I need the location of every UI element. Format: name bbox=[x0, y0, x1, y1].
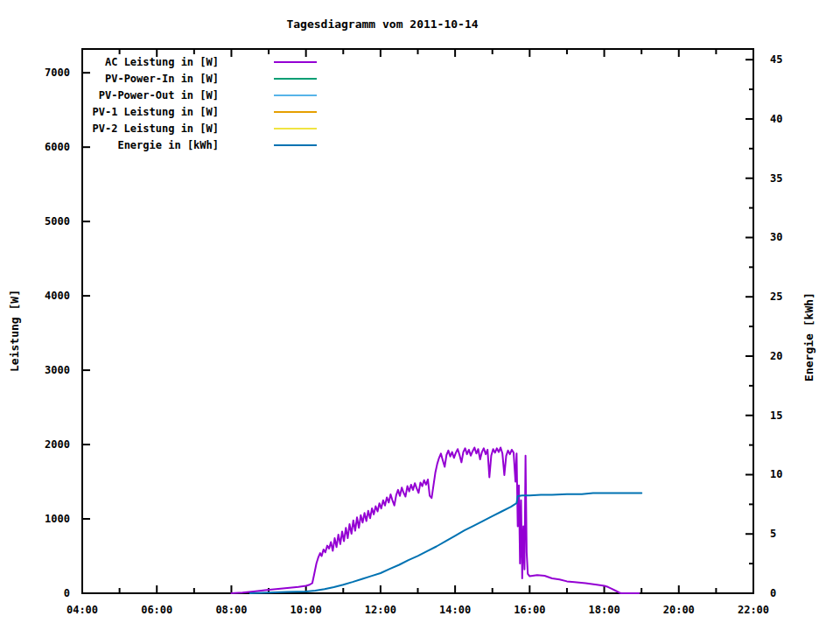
legend-label: PV-1 Leistung in [W] bbox=[93, 106, 220, 118]
x-axis-tick-label: 12:00 bbox=[365, 604, 396, 616]
x-axis-tick-label: 20:00 bbox=[663, 604, 695, 616]
x-axis-tick-label: 06:00 bbox=[141, 604, 172, 616]
legend-label: PV-2 Leistung in [W] bbox=[93, 122, 220, 135]
y2-axis-tick-label: 35 bbox=[770, 172, 782, 185]
y2-axis-tick-label: 25 bbox=[770, 290, 782, 303]
legend-label: Energie in [kWh] bbox=[117, 139, 219, 151]
legend-label: AC Leistung in [W] bbox=[105, 56, 219, 68]
y2-axis-tick-label: 0 bbox=[770, 587, 776, 599]
y-axis-tick-label: 2000 bbox=[45, 438, 70, 451]
y2-axis-tick-label: 45 bbox=[770, 53, 782, 66]
series-line-ac-leistung-in-w bbox=[231, 448, 639, 594]
y-axis-tick-label: 0 bbox=[64, 587, 70, 599]
y2-axis-tick-label: 40 bbox=[770, 113, 782, 125]
y-axis-tick-label: 1000 bbox=[45, 513, 70, 525]
tagesdiagramm-chart: Tagesdiagramm vom 2011-10-14 Leistung [W… bbox=[0, 0, 840, 630]
x-axis-tick-label: 22:00 bbox=[738, 604, 769, 616]
y-axis-tick-label: 7000 bbox=[45, 66, 70, 79]
legend-label: PV-Power-Out in [W] bbox=[99, 89, 219, 102]
series-line-energie-in-kwh bbox=[250, 494, 641, 594]
y-axis-tick-label: 5000 bbox=[45, 215, 70, 228]
y-axis-tick-label: 6000 bbox=[45, 141, 70, 153]
y2-axis-tick-label: 15 bbox=[770, 410, 782, 422]
y2-axis-tick-label: 10 bbox=[770, 468, 782, 480]
x-axis-tick-label: 18:00 bbox=[588, 604, 620, 616]
y2-axis-tick-label: 30 bbox=[770, 231, 782, 243]
y-axis-tick-label: 4000 bbox=[45, 290, 70, 302]
x-axis-tick-label: 04:00 bbox=[66, 604, 98, 616]
y2-axis-tick-label: 20 bbox=[770, 350, 782, 362]
y2-axis-tick-label: 5 bbox=[770, 528, 776, 540]
x-axis-tick-label: 16:00 bbox=[514, 604, 545, 616]
x-axis-tick-label: 08:00 bbox=[215, 604, 247, 616]
x-axis-tick-label: 14:00 bbox=[439, 604, 471, 616]
legend-label: PV-Power-In in [W] bbox=[105, 73, 219, 85]
plot-area: 04:0006:0008:0010:0012:0014:0016:0018:00… bbox=[0, 0, 840, 630]
x-axis-tick-label: 10:00 bbox=[290, 604, 322, 616]
y-axis-tick-label: 3000 bbox=[45, 364, 70, 376]
